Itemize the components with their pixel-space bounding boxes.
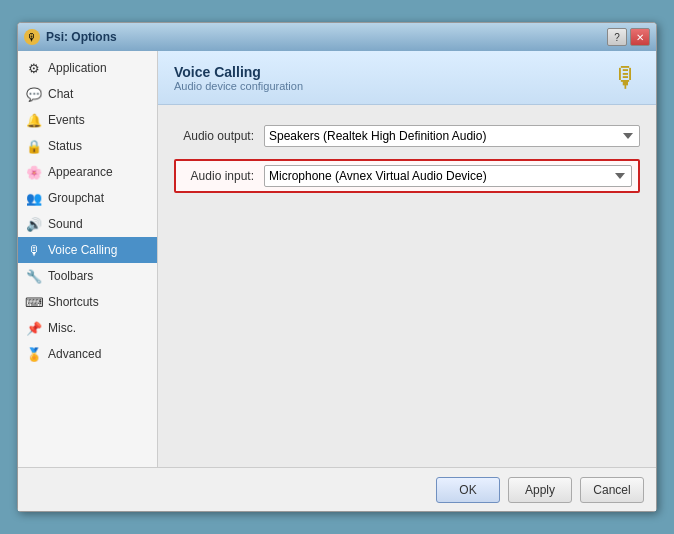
audio-input-label: Audio input: bbox=[182, 169, 264, 183]
events-icon: 🔔 bbox=[26, 112, 42, 128]
sidebar-item-toolbars[interactable]: 🔧 Toolbars bbox=[18, 263, 157, 289]
sidebar-item-application[interactable]: ⚙ Application bbox=[18, 55, 157, 81]
sidebar-item-chat[interactable]: 💬 Chat bbox=[18, 81, 157, 107]
voice-calling-icon: 🎙 bbox=[26, 242, 42, 258]
content-body: Audio output: Speakers (Realtek High Def… bbox=[158, 105, 656, 467]
footer: OK Apply Cancel bbox=[18, 467, 656, 511]
toolbars-icon: 🔧 bbox=[26, 268, 42, 284]
sidebar-item-events[interactable]: 🔔 Events bbox=[18, 107, 157, 133]
window-title: Psi: Options bbox=[46, 30, 117, 44]
application-icon: ⚙ bbox=[26, 60, 42, 76]
apply-button[interactable]: Apply bbox=[508, 477, 572, 503]
ok-button[interactable]: OK bbox=[436, 477, 500, 503]
audio-output-row: Audio output: Speakers (Realtek High Def… bbox=[174, 125, 640, 147]
sidebar-label-voice-calling: Voice Calling bbox=[48, 243, 117, 257]
appearance-icon: 🌸 bbox=[26, 164, 42, 180]
sidebar-item-voice-calling[interactable]: 🎙 Voice Calling bbox=[18, 237, 157, 263]
misc-icon: 📌 bbox=[26, 320, 42, 336]
section-subtitle: Audio device configuration bbox=[174, 80, 303, 92]
sidebar-label-chat: Chat bbox=[48, 87, 73, 101]
advanced-icon: 🏅 bbox=[26, 346, 42, 362]
section-icon: 🎙 bbox=[612, 61, 640, 94]
content-header-text: Voice Calling Audio device configuration bbox=[174, 64, 303, 92]
window-icon: 🎙 bbox=[24, 29, 40, 45]
chat-icon: 💬 bbox=[26, 86, 42, 102]
sidebar: ⚙ Application 💬 Chat 🔔 Events 🔒 Status 🌸… bbox=[18, 51, 158, 467]
sidebar-label-toolbars: Toolbars bbox=[48, 269, 93, 283]
title-bar: 🎙 Psi: Options ? ✕ bbox=[18, 23, 656, 51]
status-icon: 🔒 bbox=[26, 138, 42, 154]
options-window: 🎙 Psi: Options ? ✕ ⚙ Application 💬 Chat … bbox=[17, 22, 657, 512]
groupchat-icon: 👥 bbox=[26, 190, 42, 206]
sidebar-item-shortcuts[interactable]: ⌨ Shortcuts bbox=[18, 289, 157, 315]
sound-icon: 🔊 bbox=[26, 216, 42, 232]
sidebar-label-groupchat: Groupchat bbox=[48, 191, 104, 205]
section-title: Voice Calling bbox=[174, 64, 303, 80]
sidebar-item-status[interactable]: 🔒 Status bbox=[18, 133, 157, 159]
audio-input-select[interactable]: Microphone (Avnex Virtual Audio Device)D… bbox=[264, 165, 632, 187]
audio-input-row: Audio input: Microphone (Avnex Virtual A… bbox=[174, 159, 640, 193]
sidebar-item-sound[interactable]: 🔊 Sound bbox=[18, 211, 157, 237]
sidebar-label-misc: Misc. bbox=[48, 321, 76, 335]
sidebar-label-application: Application bbox=[48, 61, 107, 75]
title-bar-left: 🎙 Psi: Options bbox=[24, 29, 117, 45]
title-bar-buttons: ? ✕ bbox=[607, 28, 650, 46]
sidebar-item-groupchat[interactable]: 👥 Groupchat bbox=[18, 185, 157, 211]
sidebar-label-status: Status bbox=[48, 139, 82, 153]
sidebar-label-sound: Sound bbox=[48, 217, 83, 231]
help-button[interactable]: ? bbox=[607, 28, 627, 46]
shortcuts-icon: ⌨ bbox=[26, 294, 42, 310]
main-content: Voice Calling Audio device configuration… bbox=[158, 51, 656, 467]
sidebar-label-events: Events bbox=[48, 113, 85, 127]
window-body: ⚙ Application 💬 Chat 🔔 Events 🔒 Status 🌸… bbox=[18, 51, 656, 467]
sidebar-item-advanced[interactable]: 🏅 Advanced bbox=[18, 341, 157, 367]
audio-output-label: Audio output: bbox=[174, 129, 264, 143]
sidebar-item-misc[interactable]: 📌 Misc. bbox=[18, 315, 157, 341]
sidebar-label-appearance: Appearance bbox=[48, 165, 113, 179]
audio-output-select[interactable]: Speakers (Realtek High Definition Audio)… bbox=[264, 125, 640, 147]
sidebar-item-appearance[interactable]: 🌸 Appearance bbox=[18, 159, 157, 185]
sidebar-label-advanced: Advanced bbox=[48, 347, 101, 361]
sidebar-label-shortcuts: Shortcuts bbox=[48, 295, 99, 309]
close-button[interactable]: ✕ bbox=[630, 28, 650, 46]
content-header: Voice Calling Audio device configuration… bbox=[158, 51, 656, 105]
cancel-button[interactable]: Cancel bbox=[580, 477, 644, 503]
